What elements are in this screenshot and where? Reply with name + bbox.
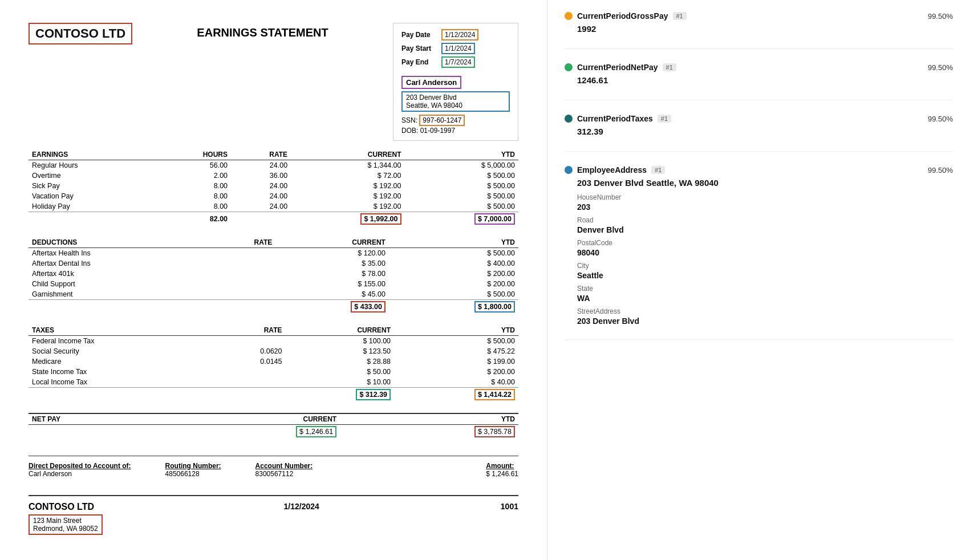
employee-addr-box: 203 Denver Blvd Seattle, WA 98040 <box>401 91 510 112</box>
dd-account: Account Number: 8300567112 <box>255 462 313 478</box>
net-pay-ytd: $ 3,785.78 <box>340 425 518 439</box>
dd-name: Carl Anderson <box>29 470 131 478</box>
sub-field-label: StreetAddress <box>577 307 953 315</box>
data-item-header: CurrentPeriodGrossPay #1 99.50% <box>565 11 953 21</box>
deductions-total-ytd: $ 1,800.00 <box>389 300 518 314</box>
dd-routing: Routing Number: 485066128 <box>165 462 221 478</box>
data-field-name: EmployeeAddress <box>577 165 647 175</box>
doc-top-area: CONTOSO LTD EARNINGS STATEMENT Pay Date … <box>29 23 518 141</box>
deductions-total-row: $ 433.00 $ 1,800.00 <box>29 300 518 314</box>
sub-field-value: Denver Blvd <box>577 225 953 234</box>
earnings-col-rate: RATE <box>231 149 291 160</box>
deductions-table: DEDUCTIONS RATE CURRENT YTD Aftertax Hea… <box>29 237 518 314</box>
deductions-current-highlight: $ 433.00 <box>351 301 385 313</box>
employee-addr-line2: Seattle, WA 98040 <box>406 102 505 109</box>
dob-value: 01-09-1997 <box>420 127 455 135</box>
pay-info-box: Pay Date 1/12/2024 Pay Start 1/1/2024 Pa… <box>393 23 518 141</box>
dd-label: Direct Deposited to Account of: <box>29 462 131 470</box>
taxes-total-current: $ 312.39 <box>285 388 394 402</box>
data-confidence: 99.50% <box>928 12 953 21</box>
earnings-row: Overtime2.0036.00$ 72.00$ 500.00 <box>29 171 518 181</box>
sub-field: PostalCode 98040 <box>577 239 953 257</box>
data-item-header: EmployeeAddress #1 99.50% <box>565 165 953 175</box>
pay-date-value: 1/12/2024 <box>441 29 478 40</box>
deductions-total-rate <box>208 300 276 314</box>
sub-field-value: 203 <box>577 202 953 212</box>
taxes-row: Social Security0.0620$ 123.50$ 475.22 <box>29 346 518 356</box>
data-field-name: CurrentPeriodNetPay <box>577 63 658 72</box>
ssn-value: 997-60-1247 <box>419 115 465 126</box>
taxes-current-highlight: $ 312.39 <box>356 389 391 400</box>
data-field-name: CurrentPeriodTaxes <box>577 114 653 123</box>
data-item-header: CurrentPeriodNetPay #1 99.50% <box>565 63 953 72</box>
sidebar-field-address: EmployeeAddress #1 99.50% 203 Denver Blv… <box>565 165 953 340</box>
earnings-total-hours: 82.00 <box>155 212 231 226</box>
dd-amount-label: Amount: <box>486 462 518 470</box>
dob-row: DOB: 01-09-1997 <box>401 127 510 135</box>
deductions-row: Aftertax 401k$ 78.00$ 200.00 <box>29 269 518 279</box>
sub-field: StreetAddress 203 Denver Blvd <box>577 307 953 326</box>
sub-field-value: WA <box>577 294 953 303</box>
direct-deposit-section: Direct Deposited to Account of: Carl And… <box>29 456 518 478</box>
earnings-total-ytd: $ 7,000.00 <box>405 212 518 226</box>
document-panel: CONTOSO LTD EARNINGS STATEMENT Pay Date … <box>0 0 547 560</box>
taxes-row: Federal Income Tax$ 100.00$ 500.00 <box>29 336 518 347</box>
deductions-col-label: DEDUCTIONS <box>29 237 208 248</box>
taxes-col-rate: RATE <box>210 325 286 336</box>
sub-field: HouseNumber 203 <box>577 193 953 212</box>
deductions-col-ytd: YTD <box>389 237 518 248</box>
earnings-total-row: 82.00 $ 1,992.00 $ 7,000.00 <box>29 212 518 226</box>
net-pay-current-col: CURRENT <box>161 413 340 425</box>
data-value: 1992 <box>577 24 953 34</box>
dd-amount: Amount: $ 1,246.61 <box>486 462 518 478</box>
sub-fields-address: HouseNumber 203 Road Denver Blvd PostalC… <box>577 193 953 326</box>
footer-addr-line2: Redmond, WA 98052 <box>33 525 98 533</box>
sub-field-label: State <box>577 285 953 293</box>
deductions-total-label <box>29 300 208 314</box>
net-pay-current-highlight: $ 1,246.61 <box>296 426 336 437</box>
data-confidence: 99.50% <box>928 63 953 72</box>
dot-net_pay <box>565 63 573 71</box>
dot-taxes <box>565 115 573 123</box>
pay-date-row: Pay Date 1/12/2024 <box>401 29 510 40</box>
data-badge: #1 <box>651 166 665 174</box>
data-value: 1246.61 <box>577 75 953 85</box>
pay-start-value: 1/1/2024 <box>441 43 475 54</box>
taxes-total-rate <box>210 388 286 402</box>
title-area: EARNINGS STATEMENT <box>132 23 393 39</box>
deductions-row: Aftertax Health Ins$ 120.00$ 500.00 <box>29 248 518 259</box>
sub-field-label: PostalCode <box>577 239 953 247</box>
pay-date-label: Pay Date <box>401 31 441 39</box>
pay-end-label: Pay End <box>401 58 441 66</box>
net-pay-section: NET PAY CURRENT YTD $ 1,246.61 $ 3,785.7… <box>29 413 518 439</box>
earnings-total-label <box>29 212 155 226</box>
sub-field-label: Road <box>577 216 953 224</box>
footer-addr-line1: 123 Main Street <box>33 517 98 525</box>
deductions-col-current: CURRENT <box>275 237 389 248</box>
footer-date: 1/12/2024 <box>284 502 319 511</box>
earnings-current-highlight: $ 1,992.00 <box>360 213 401 225</box>
earnings-ytd-highlight: $ 7,000.00 <box>474 213 515 225</box>
earnings-statement-title: EARNINGS STATEMENT <box>132 26 393 39</box>
dot-gross_pay <box>565 12 573 20</box>
footer-left: CONTOSO LTD 123 Main Street Redmond, WA … <box>29 502 103 535</box>
dot-address <box>565 166 573 174</box>
pay-end-value: 1/7/2024 <box>441 56 475 68</box>
earnings-row: Vacation Pay8.0024.00$ 192.00$ 500.00 <box>29 191 518 201</box>
dd-routing-value: 485066128 <box>165 470 221 478</box>
earnings-col-ytd: YTD <box>405 149 518 160</box>
taxes-row: State Income Tax$ 50.00$ 200.00 <box>29 367 518 377</box>
pay-end-row: Pay End 1/7/2024 <box>401 56 510 68</box>
net-pay-current: $ 1,246.61 <box>161 425 340 439</box>
data-panel: CurrentPeriodGrossPay #1 99.50% 1992 Cur… <box>547 0 970 560</box>
sub-field-value: 98040 <box>577 248 953 257</box>
earnings-row: Holiday Pay8.0024.00$ 192.00$ 500.00 <box>29 201 518 212</box>
net-pay-label: NET PAY <box>29 413 161 425</box>
deductions-row: Garnishment$ 45.00$ 500.00 <box>29 289 518 300</box>
data-confidence: 99.50% <box>928 115 953 123</box>
dd-row: Direct Deposited to Account of: Carl And… <box>29 462 518 478</box>
data-confidence: 99.50% <box>928 166 953 175</box>
taxes-col-label: TAXES <box>29 325 210 336</box>
company-logo-area: CONTOSO LTD <box>29 23 132 56</box>
net-pay-ytd-highlight: $ 3,785.78 <box>474 426 515 437</box>
